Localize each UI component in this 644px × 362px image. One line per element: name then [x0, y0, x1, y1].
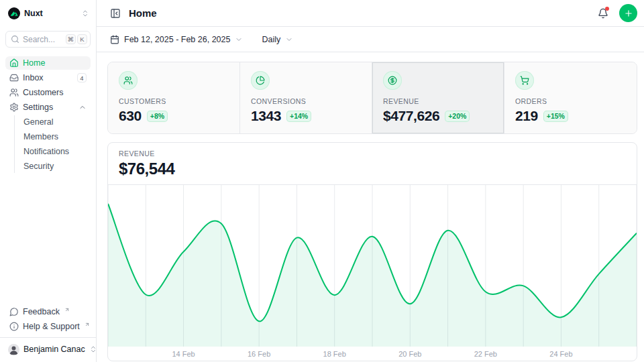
page-title: Home	[129, 7, 157, 19]
plus-icon	[624, 9, 633, 18]
chart-header: REVENUE $76,544	[108, 143, 637, 184]
subnav-item-label: Members	[23, 132, 58, 141]
period-select[interactable]: Daily	[259, 35, 296, 44]
stat-card-orders[interactable]: ORDERS 219 +15%	[504, 62, 637, 133]
sidebar: Nuxt Search... ⌘K Home Inbox 4 Customers…	[0, 0, 97, 362]
stat-card-customers[interactable]: CUSTOMERS 630 +8%	[108, 62, 240, 133]
stat-value: $477,626	[383, 108, 439, 124]
svg-text:16 Feb: 16 Feb	[248, 350, 270, 358]
stat-delta-badge: +20%	[445, 111, 470, 122]
stat-label: REVENUE	[383, 97, 493, 105]
users-icon	[9, 88, 19, 97]
notifications-button[interactable]	[595, 5, 611, 21]
arrow-up-right-icon	[64, 307, 70, 312]
chevron-down-icon	[285, 36, 293, 44]
main-area: Home Feb 12, 2025 - Feb 26, 2025 Daily	[97, 0, 644, 362]
chevrons-up-down-icon	[81, 9, 89, 17]
user-name: Benjamin Canac	[23, 345, 85, 354]
gear-icon	[9, 103, 19, 112]
page-content: CUSTOMERS 630 +8% CONVERSIONS 1343 +14% …	[97, 52, 644, 362]
svg-text:18 Feb: 18 Feb	[323, 350, 346, 358]
stats-row: CUSTOMERS 630 +8% CONVERSIONS 1343 +14% …	[107, 62, 637, 134]
nuxt-logo	[8, 7, 20, 19]
stat-label: CONVERSIONS	[251, 97, 361, 105]
panel-left-icon	[110, 8, 121, 19]
stat-label: ORDERS	[515, 97, 626, 105]
info-icon	[9, 322, 19, 331]
sidebar-item-members[interactable]: Members	[21, 130, 91, 143]
subnav-item-label: General	[23, 117, 53, 127]
message-circle-icon	[9, 307, 19, 316]
sidebar-item-settings[interactable]: Settings	[5, 101, 91, 114]
notification-dot	[605, 7, 609, 11]
search-placeholder: Search...	[23, 35, 62, 44]
stat-label: CUSTOMERS	[119, 97, 229, 105]
sidebar-divider	[0, 337, 96, 338]
nav-item-label: Home	[23, 58, 87, 68]
period-label: Daily	[262, 35, 280, 44]
cart-icon	[515, 71, 534, 90]
revenue-chart[interactable]: 14 Feb16 Feb18 Feb20 Feb22 Feb24 Feb	[108, 185, 637, 361]
calendar-icon	[110, 35, 119, 44]
subnav-item-label: Security	[23, 162, 54, 171]
search-input[interactable]: Search... ⌘K	[5, 31, 91, 48]
chart-metric-value: $76,544	[119, 160, 626, 178]
sidebar-item-help-support[interactable]: Help & Support	[5, 320, 91, 333]
search-icon	[11, 35, 19, 44]
sidebar-item-customers[interactable]: Customers	[5, 86, 91, 99]
add-button[interactable]	[619, 4, 637, 22]
sidebar-item-feedback[interactable]: Feedback	[5, 305, 91, 318]
nav-item-label: Help & Support	[23, 322, 80, 331]
stat-card-revenue[interactable]: REVENUE $477,626 +20%	[372, 62, 504, 133]
house-icon	[9, 58, 19, 68]
workspace-name: Nuxt	[24, 9, 77, 18]
app-window: Nuxt Search... ⌘K Home Inbox 4 Customers…	[0, 0, 644, 362]
stat-delta-badge: +14%	[286, 111, 311, 122]
svg-text:22 Feb: 22 Feb	[474, 350, 497, 358]
date-range-picker[interactable]: Feb 12, 2025 - Feb 26, 2025	[107, 35, 246, 44]
stat-card-conversions[interactable]: CONVERSIONS 1343 +14%	[240, 62, 372, 133]
shortcut-key: ⌘	[66, 34, 76, 44]
sidebar-item-notifications[interactable]: Notifications	[21, 145, 91, 158]
date-range-label: Feb 12, 2025 - Feb 26, 2025	[124, 35, 230, 44]
sidebar-footer: Feedback Help & Support	[5, 305, 91, 333]
top-header: Home	[97, 0, 644, 27]
dollar-circle-icon	[383, 71, 402, 90]
sidebar-collapse-button[interactable]	[107, 5, 123, 21]
svg-text:24 Feb: 24 Feb	[549, 350, 572, 358]
chevrons-up-down-icon	[89, 345, 97, 353]
stat-delta-badge: +8%	[147, 111, 168, 122]
subnav-item-label: Notifications	[23, 147, 69, 156]
filter-toolbar: Feb 12, 2025 - Feb 26, 2025 Daily	[97, 27, 644, 52]
workspace-switcher[interactable]: Nuxt	[5, 5, 91, 21]
avatar	[8, 344, 19, 355]
chart-body: 14 Feb16 Feb18 Feb20 Feb22 Feb24 Feb	[108, 184, 637, 361]
nav-item-label: Customers	[23, 88, 87, 97]
user-menu[interactable]: Benjamin Canac	[5, 342, 91, 357]
sidebar-nav: Home Inbox 4 Customers Settings General …	[5, 56, 91, 305]
svg-text:20 Feb: 20 Feb	[398, 350, 421, 358]
svg-text:14 Feb: 14 Feb	[172, 350, 195, 358]
nav-item-label: Settings	[23, 103, 74, 112]
stat-delta-badge: +15%	[543, 111, 568, 122]
count-badge: 4	[77, 73, 87, 82]
sidebar-item-inbox[interactable]: Inbox 4	[5, 71, 91, 84]
stat-value: 219	[515, 108, 538, 124]
stat-value: 630	[119, 108, 142, 124]
pie-chart-icon	[251, 71, 270, 90]
chevron-down-icon	[235, 36, 243, 44]
sidebar-item-security[interactable]: Security	[21, 160, 91, 173]
sidebar-item-home[interactable]: Home	[5, 56, 91, 70]
chart-metric-label: REVENUE	[119, 149, 626, 158]
sidebar-subnav: General Members Notifications Security	[14, 115, 91, 173]
nav-item-label: Inbox	[23, 73, 73, 82]
shortcut-key: K	[77, 34, 87, 44]
revenue-chart-card: REVENUE $76,544 14 Feb16 Feb18 Feb20 Feb…	[107, 142, 637, 361]
inbox-icon	[9, 73, 19, 82]
nav-item-label: Feedback	[23, 307, 60, 316]
stat-value: 1343	[251, 108, 281, 124]
chevron-up-icon	[78, 103, 87, 111]
arrow-up-right-icon	[85, 322, 90, 327]
users-icon	[119, 71, 138, 90]
sidebar-item-general[interactable]: General	[21, 115, 91, 129]
